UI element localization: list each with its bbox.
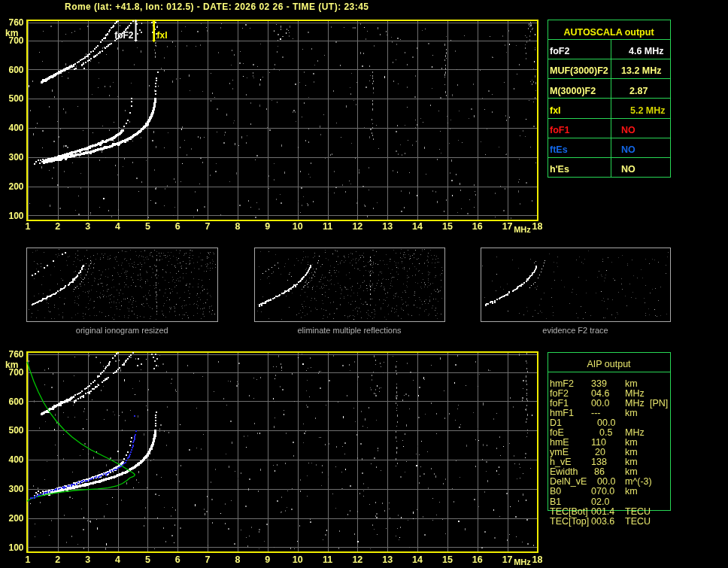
svg-text:MHz: MHz	[625, 427, 645, 438]
svg-text:Ewidth: Ewidth	[550, 466, 578, 477]
svg-text:3: 3	[85, 221, 90, 232]
svg-text:760: 760	[8, 17, 23, 28]
svg-text:TECU: TECU	[625, 506, 651, 517]
svg-text:13: 13	[382, 221, 393, 232]
svg-text:TEC[Bot]: TEC[Bot]	[550, 506, 588, 517]
svg-text:hmF1: hmF1	[550, 408, 574, 418]
svg-text:NO: NO	[621, 144, 635, 155]
svg-text:15: 15	[442, 554, 453, 565]
svg-text:86: 86	[594, 466, 605, 477]
svg-text:6: 6	[175, 554, 180, 565]
svg-text:ftEs: ftEs	[550, 144, 568, 155]
svg-text:MUF(3000)F2: MUF(3000)F2	[550, 65, 608, 76]
svg-text:6: 6	[175, 221, 180, 232]
svg-text:B1: B1	[550, 497, 561, 507]
svg-text:200: 200	[8, 181, 23, 192]
svg-text:TECU: TECU	[625, 516, 651, 527]
svg-text:NO: NO	[621, 125, 635, 135]
svg-text:12: 12	[352, 554, 362, 565]
svg-text:original ionogram resized: original ionogram resized	[76, 326, 168, 335]
svg-text:16: 16	[472, 221, 483, 232]
svg-text:km: km	[625, 408, 638, 418]
svg-text:14: 14	[412, 221, 423, 232]
svg-text:17: 17	[502, 554, 513, 565]
svg-text:km: km	[625, 466, 638, 477]
svg-text:2: 2	[55, 221, 60, 232]
svg-text:[PN]: [PN]	[650, 398, 668, 409]
svg-text:18: 18	[532, 221, 542, 232]
svg-text:100: 100	[8, 542, 23, 553]
svg-text:600: 600	[8, 65, 23, 75]
svg-text:2.87: 2.87	[629, 86, 648, 96]
svg-text:hmE: hmE	[550, 437, 569, 448]
svg-text:km: km	[625, 378, 638, 389]
svg-text:3: 3	[85, 554, 90, 565]
svg-text:MHz: MHz	[625, 388, 645, 399]
svg-text:h'Es: h'Es	[550, 164, 569, 175]
svg-text:foF1: foF1	[550, 125, 569, 135]
svg-text:11: 11	[323, 221, 332, 232]
svg-text:km: km	[625, 437, 638, 448]
svg-text:00.0: 00.0	[591, 398, 609, 409]
svg-text:5: 5	[145, 554, 150, 565]
svg-text:km: km	[625, 486, 638, 497]
svg-text:500: 500	[8, 93, 23, 104]
svg-text:km: km	[625, 457, 638, 467]
svg-text:TEC[Top]: TEC[Top]	[550, 516, 589, 527]
svg-text:4: 4	[115, 221, 120, 232]
svg-text:7: 7	[205, 554, 211, 565]
svg-text:7: 7	[205, 221, 211, 232]
svg-text:070.0: 070.0	[591, 486, 614, 497]
svg-text:evidence F2 trace: evidence F2 trace	[542, 326, 608, 335]
svg-text:1: 1	[26, 221, 31, 232]
svg-text:11: 11	[323, 554, 332, 565]
svg-text:Rome (lat: +41.8, lon: 012.5): Rome (lat: +41.8, lon: 012.5) - DATE: 20…	[65, 2, 369, 12]
svg-text:400: 400	[8, 454, 23, 465]
svg-text:8: 8	[235, 221, 240, 232]
svg-text:15: 15	[442, 221, 453, 232]
svg-text:m^(-3): m^(-3)	[625, 476, 652, 487]
svg-text:MHz: MHz	[625, 398, 645, 409]
svg-text:km: km	[5, 28, 18, 38]
svg-text:339: 339	[591, 378, 607, 389]
svg-text:foF1: foF1	[550, 398, 569, 409]
svg-text:200: 200	[8, 513, 23, 524]
svg-text:foF2: foF2	[550, 46, 569, 56]
svg-text:8: 8	[235, 554, 240, 565]
svg-text:14: 14	[412, 554, 423, 565]
svg-text:9: 9	[265, 554, 270, 565]
svg-text:0.5: 0.5	[599, 427, 612, 438]
svg-text:13: 13	[382, 554, 393, 565]
svg-text:300: 300	[8, 484, 23, 494]
svg-text:5: 5	[145, 221, 150, 232]
svg-text:MHz: MHz	[514, 557, 531, 566]
svg-text:M(3000)F2: M(3000)F2	[550, 86, 596, 96]
svg-text:100: 100	[8, 211, 23, 221]
svg-text:1: 1	[26, 554, 31, 565]
svg-text:fxI: fxI	[157, 30, 168, 41]
svg-text:110: 110	[591, 437, 606, 448]
svg-text:04.6: 04.6	[591, 388, 609, 399]
svg-text:fxI: fxI	[550, 105, 561, 116]
svg-text:760: 760	[8, 349, 23, 360]
svg-text:km: km	[5, 360, 18, 370]
svg-text:h_vE: h_vE	[550, 457, 572, 467]
svg-text:MHz: MHz	[514, 225, 531, 234]
svg-text:hmF2: hmF2	[550, 378, 574, 389]
svg-text:4.6 MHz: 4.6 MHz	[629, 46, 664, 56]
svg-text:---: ---	[591, 408, 601, 418]
svg-text:001.4: 001.4	[591, 506, 614, 517]
svg-text:NO: NO	[621, 164, 635, 175]
svg-text:AUTOSCALA output: AUTOSCALA output	[563, 27, 654, 38]
svg-text:D1: D1	[550, 418, 562, 428]
svg-text:00.0: 00.0	[597, 476, 615, 487]
svg-text:eliminate multiple reflections: eliminate multiple reflections	[297, 326, 402, 335]
svg-text:km: km	[625, 447, 638, 457]
svg-text:2: 2	[55, 554, 60, 565]
svg-text:20: 20	[595, 447, 605, 457]
svg-text:10: 10	[293, 221, 303, 232]
svg-text:DelN_vE: DelN_vE	[550, 476, 587, 487]
svg-text:9: 9	[265, 221, 270, 232]
svg-text:B0: B0	[550, 486, 561, 497]
svg-text:12: 12	[352, 221, 362, 232]
